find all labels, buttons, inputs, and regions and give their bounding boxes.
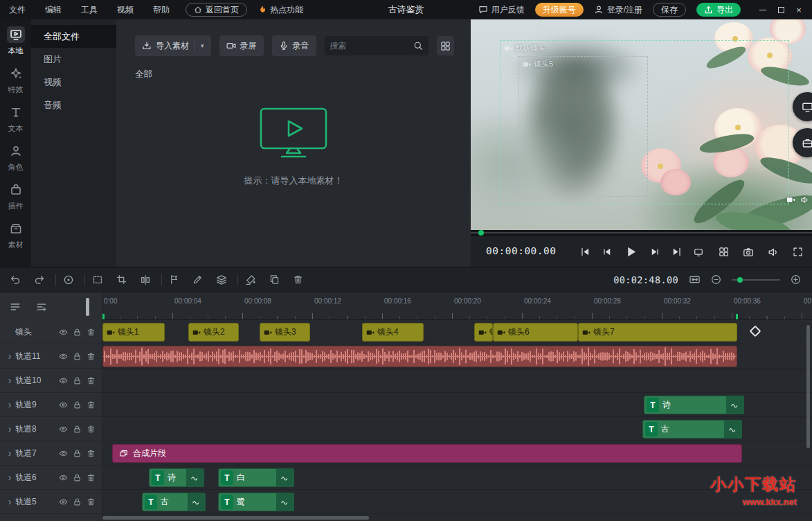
text-clip[interactable]: T诗 (149, 468, 204, 487)
menu-item[interactable]: 视频 (108, 0, 143, 19)
menu-item[interactable]: 工具 (72, 0, 107, 19)
sidebar-item-text[interactable]: 文本 (0, 104, 31, 134)
track-delete-button[interactable] (87, 376, 96, 385)
search-icon[interactable] (413, 41, 423, 51)
import-media-button[interactable]: 导入素材 ▾ (135, 35, 211, 56)
range-marker[interactable] (736, 314, 738, 320)
track-manager-button[interactable] (10, 301, 21, 312)
marker-button[interactable] (169, 274, 179, 285)
track-lane[interactable]: T诗 (102, 393, 812, 417)
grid-view-button[interactable] (437, 36, 454, 55)
sidebar-item-character[interactable]: 角色 (0, 143, 31, 173)
horizontal-scrollbar[interactable] (102, 516, 369, 520)
track-lane[interactable] (102, 344, 812, 369)
preview-canvas[interactable]: 默认镜头 镜头5 (471, 19, 812, 230)
sidebar-item-assets[interactable]: 素材 (0, 220, 31, 250)
undo-button[interactable] (10, 274, 21, 285)
track-lane[interactable] (102, 369, 812, 393)
library-category[interactable]: 全部文件 (31, 25, 116, 48)
minimize-button[interactable] (754, 0, 772, 19)
copy-button[interactable] (269, 274, 280, 285)
play-button[interactable] (624, 245, 638, 258)
track-collapse-chevron[interactable]: › (4, 497, 15, 506)
track-collapse-chevron[interactable]: › (4, 351, 15, 361)
group-clip[interactable]: 合成片段 (112, 444, 742, 463)
track-collapse-chevron[interactable]: › (4, 473, 15, 482)
zoom-slider-thumb[interactable] (737, 277, 743, 283)
animation-icon[interactable] (276, 469, 294, 486)
keyframe-diamond[interactable] (750, 326, 761, 337)
track-visibility-toggle[interactable] (59, 352, 68, 361)
default-shot-selection[interactable]: 默认镜头 镜头5 (500, 40, 789, 204)
fit-timeline-button[interactable] (689, 274, 701, 285)
library-category[interactable]: 音频 (31, 94, 116, 116)
mini-player-button[interactable] (694, 247, 703, 257)
hot-features-button[interactable]: 热点功能 (257, 4, 303, 16)
track-collapse-chevron[interactable]: › (4, 424, 15, 434)
search-input[interactable] (330, 41, 413, 51)
menu-item[interactable]: 帮助 (144, 0, 179, 19)
track-delete-button[interactable] (87, 352, 96, 361)
volume-button[interactable] (768, 247, 779, 258)
shot-clip[interactable]: 镜头3 (260, 323, 310, 342)
track-lock-toggle[interactable] (73, 425, 82, 434)
timeline-ruler[interactable]: 0:0000:00:0400:00:0800:00:1200:00:1600:0… (102, 293, 812, 320)
playhead-grip[interactable] (86, 298, 89, 316)
animation-icon[interactable] (188, 493, 205, 511)
track-lane[interactable]: T古 (102, 417, 812, 441)
track-delete-button[interactable] (87, 449, 96, 458)
track-collapse-chevron[interactable]: › (4, 448, 15, 458)
shot5-selection[interactable]: 镜头5 (518, 56, 648, 197)
snapshot-button[interactable] (743, 247, 754, 258)
export-button[interactable]: 导出 (696, 3, 741, 17)
animation-icon[interactable] (724, 421, 741, 438)
seek-handle[interactable] (478, 230, 484, 236)
track-lock-toggle[interactable] (73, 400, 82, 409)
animation-icon[interactable] (186, 469, 204, 486)
range-marker[interactable] (102, 314, 105, 320)
shot-clip[interactable]: 镜头6 (493, 323, 578, 342)
menu-item[interactable]: 编辑 (36, 0, 71, 19)
add-track-button[interactable] (36, 301, 47, 312)
library-category[interactable]: 视频 (31, 71, 116, 94)
login-button[interactable]: 登录/注册 (594, 4, 642, 16)
close-button[interactable]: × (790, 0, 808, 19)
track-lane[interactable]: T古T鹭 (102, 490, 812, 514)
track-lane[interactable]: T诗T白 (102, 466, 812, 490)
track-delete-button[interactable] (87, 497, 96, 506)
track-lock-toggle[interactable] (73, 497, 82, 506)
track-lock-toggle[interactable] (73, 473, 82, 482)
redo-button[interactable] (34, 274, 45, 285)
frame-forward-button[interactable] (649, 247, 660, 257)
skip-start-button[interactable] (580, 247, 590, 257)
record-voice-button[interactable]: 录音 (272, 35, 316, 56)
menu-item[interactable]: 文件 (0, 0, 35, 19)
sidebar-item-effects[interactable]: 特效 (0, 65, 31, 95)
save-button[interactable]: 保存 (653, 3, 686, 17)
filter-tab-all[interactable]: 全部 (135, 69, 471, 80)
layers-button[interactable] (216, 274, 227, 285)
fullscreen-button[interactable] (793, 247, 803, 257)
sidebar-item-plugins[interactable]: 插件 (0, 182, 31, 211)
library-category[interactable]: 图片 (31, 48, 116, 71)
track-delete-button[interactable] (87, 473, 96, 482)
record-keyframe-button[interactable] (63, 274, 74, 285)
track-lane[interactable]: 镜头1镜头2镜头3镜头4镜头5镜头6镜头7 (102, 320, 812, 344)
zoom-in-button[interactable] (791, 274, 801, 285)
track-visibility-toggle[interactable] (59, 449, 68, 458)
text-clip[interactable]: T鹭 (218, 493, 294, 511)
upgrade-account-button[interactable]: 升级账号 (535, 3, 584, 17)
vertical-scrollbar[interactable] (806, 325, 810, 448)
crop-button[interactable] (116, 274, 127, 285)
delete-button[interactable] (293, 274, 303, 285)
track-collapse-chevron[interactable]: › (4, 376, 15, 385)
text-clip[interactable]: T古 (142, 493, 206, 511)
track-delete-button[interactable] (87, 400, 96, 409)
audio-clip[interactable] (102, 346, 737, 367)
text-clip[interactable]: T白 (218, 468, 294, 487)
track-visibility-toggle[interactable] (59, 425, 68, 434)
track-visibility-toggle[interactable] (59, 497, 68, 506)
track-visibility-toggle[interactable] (59, 400, 68, 409)
render-button[interactable] (245, 274, 256, 285)
mirror-button[interactable] (140, 274, 151, 285)
